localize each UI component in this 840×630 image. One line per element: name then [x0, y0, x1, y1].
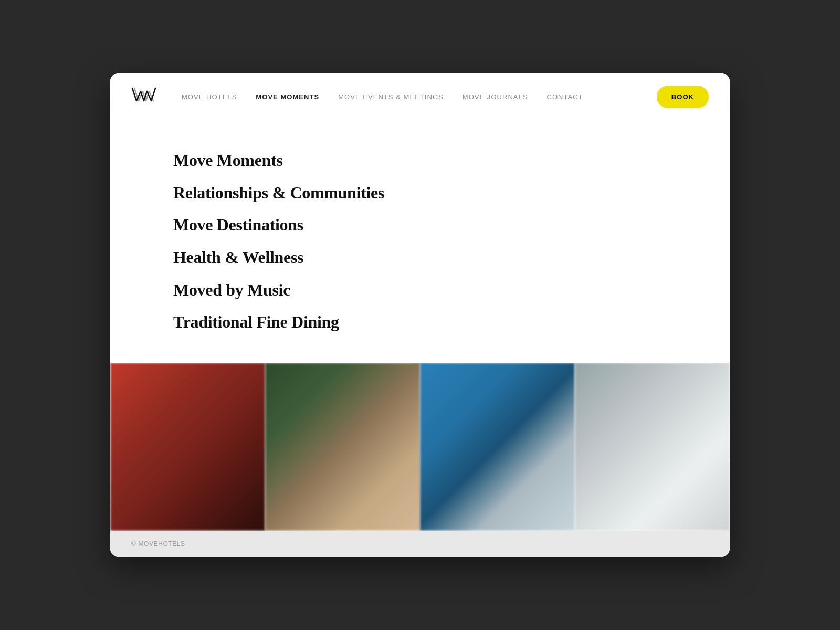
nav-move-events[interactable]: MOVE EVENTS & MEETINGS	[338, 93, 444, 101]
image-panel-4	[575, 363, 730, 531]
menu-item-move-destinations[interactable]: Move Destinations	[173, 210, 730, 240]
menu-item-health-wellness[interactable]: Health & Wellness	[173, 243, 730, 273]
browser-window: MOVE HOTELS MOVE MOMENTS MOVE EVENTS & M…	[110, 73, 730, 557]
nav-move-moments[interactable]: MOVE MOMENTS	[256, 93, 319, 101]
menu-item-moved-by-music[interactable]: Moved by Music	[173, 275, 730, 306]
image-panel-1	[110, 363, 265, 531]
logo[interactable]	[131, 86, 156, 107]
logo-icon	[131, 86, 156, 105]
footer-strip: © MOVEHOTELS	[110, 531, 730, 557]
menu-item-traditional-dining[interactable]: Traditional Fine Dining	[173, 307, 730, 338]
menu-item-relationships[interactable]: Relationships & Communities	[173, 178, 730, 208]
image-panel-2	[265, 363, 420, 531]
book-button[interactable]: BOOK	[657, 86, 709, 108]
image-strip	[110, 363, 730, 531]
menu-item-move-moments[interactable]: Move Moments	[173, 145, 730, 176]
nav-move-hotels[interactable]: MOVE HOTELS	[182, 93, 237, 101]
nav-links: MOVE HOTELS MOVE MOMENTS MOVE EVENTS & M…	[182, 93, 657, 101]
image-panel-3	[420, 363, 575, 531]
nav-contact[interactable]: CONTACT	[547, 93, 583, 101]
footer-text: © MOVEHOTELS	[131, 540, 185, 548]
navbar: MOVE HOTELS MOVE MOMENTS MOVE EVENTS & M…	[110, 73, 730, 120]
nav-move-journals[interactable]: MOVE JOURNALS	[463, 93, 528, 101]
dropdown-menu: Move Moments Relationships & Communities…	[110, 120, 730, 363]
